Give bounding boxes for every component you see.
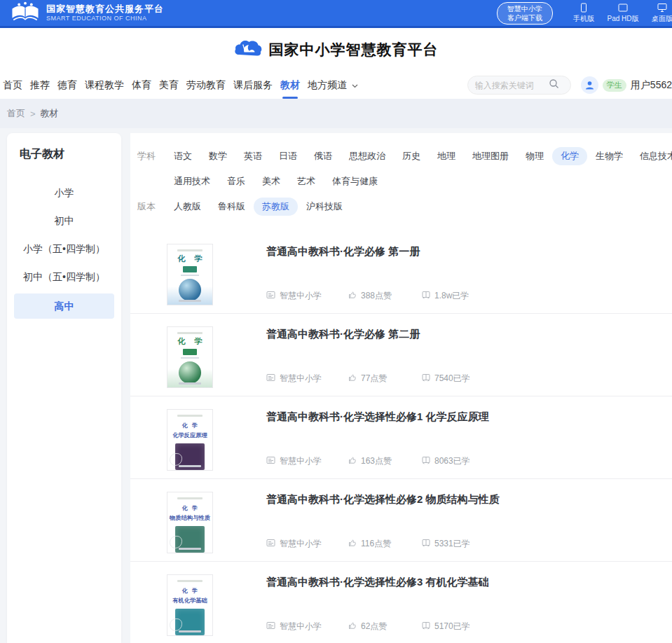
book-title[interactable]: 普通高中教科书·化学选择性必修2 物质结构与性质 — [266, 493, 672, 506]
breadcrumb-current: 教材 — [41, 107, 59, 120]
book-cover-3[interactable]: 化 学 化学反应原理 — [167, 409, 213, 471]
book-row-2[interactable]: 化 学 普通高中教科书·化学必修 第二册 智慧中小学 — [130, 314, 672, 396]
desktop-version-link[interactable]: 桌面版 — [643, 3, 672, 24]
book-row-3[interactable]: 化 学 化学反应原理 普通高中教科书·化学选择性必修1 化学反应原理 智慧中小学 — [130, 396, 672, 479]
cover-badge — [183, 266, 197, 272]
user-name[interactable]: 用户5562 — [631, 79, 672, 92]
subject-biology[interactable]: 生物学 — [587, 147, 631, 165]
mobile-version-link[interactable]: 手机版 — [564, 3, 603, 24]
nav-item-pe[interactable]: 体育 — [132, 76, 151, 95]
nav-item-recommend[interactable]: 推荐 — [30, 76, 50, 95]
cover-publisher-line — [179, 300, 201, 302]
mobile-version-label: 手机版 — [573, 15, 594, 22]
book-learned: 7540已学 — [422, 373, 470, 385]
cover-sphere-art — [179, 361, 201, 384]
learned-book-icon — [422, 291, 434, 301]
nav-item-course-teaching[interactable]: 课程教学 — [85, 76, 124, 95]
book-title[interactable]: 普通高中教科书·化学必修 第一册 — [266, 245, 672, 258]
book-cover-1[interactable]: 化 学 — [167, 244, 213, 305]
book-cover-5[interactable]: 化 学 有机化学基础 — [167, 574, 213, 636]
learned-book-icon — [422, 373, 434, 384]
subject-music[interactable]: 音乐 — [219, 172, 254, 191]
subject-chinese[interactable]: 语文 — [165, 147, 200, 165]
subject-politics[interactable]: 思想政治 — [341, 147, 394, 165]
sidebar-item-primary-54[interactable]: 小学（五•四学制） — [14, 235, 114, 263]
book-row-5[interactable]: 化 学 有机化学基础 普通高中教科书·化学选择性必修3 有机化学基础 智慧中小学 — [130, 562, 672, 643]
topbar-right: 智慧中小学 客户端下载 手机版 Pad HD版 — [497, 2, 672, 25]
subject-arts[interactable]: 艺术 — [289, 172, 324, 191]
user-avatar[interactable] — [581, 76, 598, 94]
book-title[interactable]: 普通高中教科书·化学必修 第二册 — [266, 328, 672, 341]
nav-item-textbooks[interactable]: 教材 — [280, 76, 300, 95]
subject-history[interactable]: 历史 — [394, 147, 429, 165]
book-source: 智慧中小学 — [266, 290, 348, 302]
book-source-label: 智慧中小学 — [280, 621, 322, 632]
sidebar-item-senior[interactable]: 高中 — [14, 293, 114, 319]
sidebar-list: 小学 初中 小学（五•四学制） 初中（五•四学制） 高中 — [7, 179, 121, 319]
subject-chemistry[interactable]: 化学 — [552, 147, 587, 165]
subject-general-tech[interactable]: 通用技术 — [165, 172, 219, 191]
book-learned: 1.8w已学 — [422, 290, 469, 302]
learned-book-icon — [422, 621, 434, 632]
sidebar-item-junior-54[interactable]: 初中（五•四学制） — [14, 263, 114, 291]
subject-geography[interactable]: 地理 — [429, 147, 464, 165]
desktop-icon — [643, 3, 672, 13]
subject-geo-atlas[interactable]: 地理图册 — [464, 147, 517, 165]
subject-pe-health[interactable]: 体育与健康 — [324, 172, 386, 191]
book-cover-2[interactable]: 化 学 — [167, 326, 213, 388]
book-cover-4[interactable]: 化 学 物质结构与性质 — [167, 492, 213, 553]
book-likes-label: 77点赞 — [361, 373, 387, 385]
nav-item-local-channels[interactable]: 地方频道 — [308, 76, 358, 95]
book-row-1[interactable]: 化 学 普通高中教科书·化学必修 第一册 智慧中小学 — [130, 231, 672, 314]
nav-right: 学生 用户5562 — [467, 76, 672, 95]
nav-item-home[interactable]: 首页 — [3, 76, 22, 95]
platform-logo[interactable]: 国家中小学智慧教育平台 — [234, 38, 439, 62]
gov-logo-title: 国家智慧教育公共服务平台 — [46, 4, 164, 15]
cover-series-line — [177, 580, 202, 582]
subject-fine-arts[interactable]: 美术 — [254, 172, 289, 191]
publisher-card-icon — [266, 456, 280, 466]
client-download-button[interactable]: 智慧中小学 客户端下载 — [497, 2, 553, 25]
nav-item-labor-edu[interactable]: 劳动教育 — [186, 76, 226, 95]
book-info: 普通高中教科书·化学必修 第二册 智慧中小学 77点赞 — [266, 314, 672, 396]
book-list: 化 学 普通高中教科书·化学必修 第一册 智慧中小学 — [130, 231, 672, 643]
publisher-card-icon — [266, 621, 280, 632]
search-icon[interactable] — [549, 78, 559, 92]
main-nav: 首页 推荐 德育 课程教学 体育 美育 劳动教育 课后服务 教材 地方频道 学生 — [0, 71, 672, 99]
subject-japanese[interactable]: 日语 — [270, 147, 306, 165]
search-input[interactable] — [475, 81, 549, 90]
sidebar-item-primary[interactable]: 小学 — [14, 179, 114, 207]
version-sujiao[interactable]: 苏教版 — [254, 198, 298, 216]
cover-subject-small: 化 学 — [167, 504, 212, 512]
subject-english[interactable]: 英语 — [235, 147, 270, 165]
nav-item-arts-edu[interactable]: 美育 — [159, 76, 179, 95]
cover-publisher-line — [179, 548, 201, 550]
subject-russian[interactable]: 俄语 — [306, 147, 341, 165]
book-source: 智慧中小学 — [266, 621, 348, 632]
breadcrumb-home-link[interactable]: 首页 — [7, 107, 25, 120]
nav-item-moral-edu[interactable]: 德育 — [57, 76, 77, 95]
subject-physics[interactable]: 物理 — [517, 147, 552, 165]
book-title[interactable]: 普通高中教科书·化学选择性必修3 有机化学基础 — [266, 576, 672, 589]
cover-series-line — [177, 249, 202, 251]
nav-item-after-school[interactable]: 课后服务 — [233, 76, 273, 95]
book-title[interactable]: 普通高中教科书·化学选择性必修1 化学反应原理 — [266, 410, 672, 424]
book-learned-label: 7540已学 — [434, 373, 470, 385]
cover-subline — [181, 275, 199, 276]
pad-hd-version-label: Pad HD版 — [607, 15, 638, 22]
book-likes-label: 62点赞 — [361, 621, 387, 632]
subject-math[interactable]: 数学 — [200, 147, 235, 165]
version-hukeji[interactable]: 沪科技版 — [298, 198, 351, 216]
book-row-4[interactable]: 化 学 物质结构与性质 普通高中教科书·化学选择性必修2 物质结构与性质 智慧中… — [130, 479, 672, 562]
subject-filter-label: 学科 — [137, 150, 156, 163]
sidebar-item-junior[interactable]: 初中 — [14, 207, 114, 235]
book-source: 智慧中小学 — [266, 455, 348, 467]
cover-series-line — [177, 497, 202, 499]
search-box[interactable] — [467, 76, 571, 95]
gov-logo[interactable]: 国家智慧教育公共服务平台 SMART EDUCATION OF CHINA — [10, 0, 164, 26]
pad-hd-version-link[interactable]: Pad HD版 — [603, 3, 643, 24]
subject-it[interactable]: 信息技术 — [631, 147, 672, 165]
version-renjiao[interactable]: 人教版 — [165, 198, 210, 216]
version-luke[interactable]: 鲁科版 — [210, 198, 254, 216]
device-links: 手机版 Pad HD版 桌面版 — [564, 3, 672, 24]
